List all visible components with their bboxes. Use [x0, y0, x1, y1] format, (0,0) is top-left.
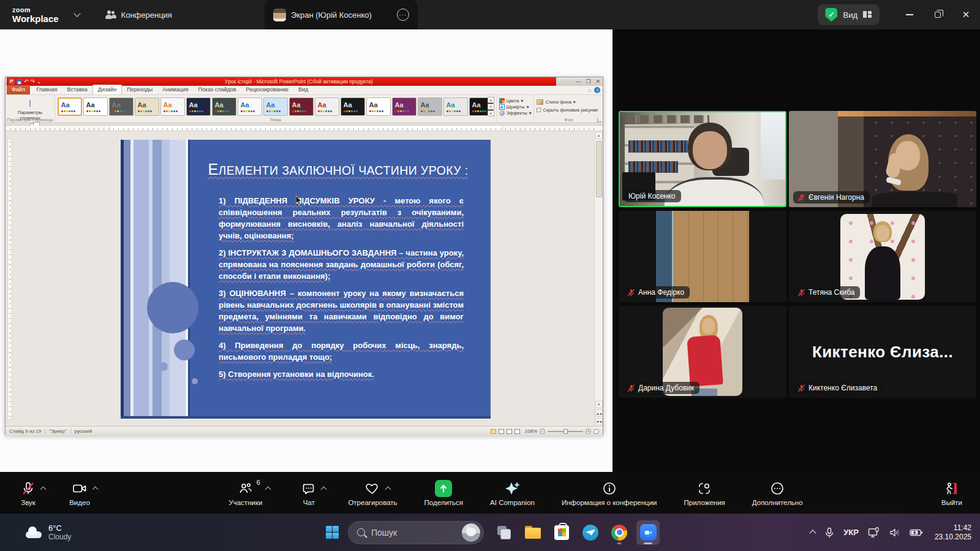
react-button[interactable]: Отреагировать	[348, 480, 397, 506]
task-view-button[interactable]	[492, 520, 516, 545]
tab-more-options-icon[interactable]: ···	[397, 9, 409, 21]
theme-thumbnail-16[interactable]: Aa	[443, 97, 468, 116]
restore-button[interactable]	[924, 0, 952, 29]
ai-companion-button[interactable]: AI Companion	[490, 480, 535, 506]
vertical-ruler[interactable]	[7, 139, 12, 420]
hide-background-checkbox[interactable]: Скрыть фоновые рисунки	[537, 107, 600, 113]
chrome-button[interactable]	[608, 520, 631, 545]
chat-button[interactable]: Чат	[296, 480, 321, 506]
taskbar-clock[interactable]: 11:42 23.10.2025	[935, 523, 971, 542]
slideshow-view-icon[interactable]	[514, 429, 520, 434]
tab-screen-share[interactable]: Экран (Юрій Косенко) ···	[265, 0, 418, 29]
video-options-chevron[interactable]	[92, 486, 99, 492]
theme-thumbnail-4[interactable]: Aa	[135, 97, 159, 116]
ppt-tab-3[interactable]: Вставка	[62, 85, 92, 94]
file-explorer-button[interactable]	[521, 520, 545, 545]
participants-options-chevron[interactable]	[265, 486, 271, 492]
video-tile-daryna-dubovyk[interactable]: Дарина Дубовик	[619, 306, 786, 398]
ppt-tab-6[interactable]: Анимация	[157, 85, 193, 94]
powerpoint-window[interactable]: P ↶ ↷ ⌄ Урок історії - Microsoft PowerPo…	[5, 77, 603, 435]
theme-thumbnail-15[interactable]: Aa	[418, 97, 442, 116]
theme-thumbnail-13[interactable]: Aa	[366, 97, 391, 116]
theme-thumbnail-10[interactable]: Aa	[289, 97, 314, 116]
scrollbar-thumb[interactable]	[596, 141, 602, 197]
taskbar-search-box[interactable]: Пошук	[348, 521, 484, 544]
effects-button[interactable]: Эффекты ▾	[499, 110, 532, 116]
fonts-button[interactable]: AШрифты ▾	[499, 104, 532, 110]
slide-title[interactable]: ЕЛЕМЕНТИ ЗАКЛЮЧНОЇ ЧАСТИНИ УРОКУ :	[192, 161, 484, 178]
ppt-tab-2[interactable]: Главная	[31, 85, 62, 94]
view-control[interactable]: ✓ Вид	[818, 4, 880, 25]
ppt-tab-4[interactable]: Дизайн	[92, 85, 122, 94]
colors-button[interactable]: Цвета ▾	[499, 98, 532, 104]
video-tile-kyktenko-yelyzaveta[interactable]: Киктенко Єлиза... Киктенко Єлизавета	[789, 306, 976, 398]
tray-battery-icon[interactable]	[910, 529, 923, 536]
theme-thumbnail-8[interactable]: Aa	[238, 97, 262, 116]
ppt-theme-gallery[interactable]: AaAaAaAaAaAaAaAaAaAaAaAaAaAaAaAaAa	[58, 96, 494, 116]
slide-body[interactable]: 1) ПІДВЕДЕННЯ ПІДСУМКІВ УРОКУ - метою як…	[219, 195, 464, 380]
theme-thumbnail-11[interactable]: Aa	[315, 97, 339, 116]
ppt-minimize-button[interactable]: —	[575, 78, 581, 85]
ppt-restore-button[interactable]: ❐	[586, 78, 590, 85]
dialog-launcher-icon[interactable]	[597, 118, 601, 122]
search-highlight-image[interactable]	[462, 523, 480, 542]
ribbon-collapse-icon[interactable]: ⌂	[588, 88, 591, 93]
tab-conference[interactable]: Конференция	[97, 0, 181, 29]
theme-thumbnail-3[interactable]: Aa	[109, 97, 134, 116]
leave-button[interactable]: Выйти	[940, 480, 964, 506]
gallery-up-icon[interactable]: ▲	[488, 97, 494, 103]
next-slide-button[interactable]: ▼▼	[595, 418, 603, 425]
ppt-close-button[interactable]: ✕	[595, 78, 600, 85]
zoom-in-icon[interactable]: +	[586, 428, 591, 434]
fit-to-window-icon[interactable]	[594, 429, 599, 434]
slide-canvas[interactable]: ЕЛЕМЕНТИ ЗАКЛЮЧНОЇ ЧАСТИНИ УРОКУ : 1) ПІ…	[121, 140, 491, 419]
background-styles-button[interactable]: Стили фона ▾	[537, 99, 600, 105]
redo-icon[interactable]: ↷	[31, 79, 36, 85]
zoom-out-icon[interactable]: −	[540, 428, 545, 434]
slide-scrollbar[interactable]: ▲ ▼ ▲▲ ▼▼	[594, 131, 603, 426]
theme-thumbnail-6[interactable]: Aa	[186, 97, 211, 116]
participants-button[interactable]: 6 Участники	[228, 480, 262, 506]
video-tile-tetiana-skyba[interactable]: Тетяна Скиба	[789, 211, 976, 302]
workspace-chevron-down-icon[interactable]	[74, 10, 80, 17]
ppt-tab-5[interactable]: Переходы	[122, 85, 157, 94]
theme-thumbnail-14[interactable]: Aa	[392, 97, 417, 116]
theme-thumbnail-1[interactable]: Aa	[58, 97, 82, 116]
theme-thumbnail-12[interactable]: Aa	[341, 97, 365, 116]
more-button[interactable]: Дополнительно	[752, 480, 803, 506]
start-button[interactable]	[320, 520, 344, 545]
horizontal-ruler[interactable]	[6, 126, 603, 131]
theme-thumbnail-9[interactable]: Aa	[263, 97, 288, 116]
slide-sorter-view-icon[interactable]	[499, 429, 504, 434]
tray-volume-icon[interactable]	[889, 528, 900, 538]
ppt-tab-9[interactable]: Вид	[293, 85, 313, 94]
scroll-up-icon[interactable]: ▲	[595, 132, 603, 139]
gallery-down-icon[interactable]: ▼	[488, 104, 494, 110]
scroll-down-icon[interactable]: ▼	[595, 401, 603, 408]
microsoft-store-button[interactable]	[550, 520, 573, 545]
undo-icon[interactable]: ↶	[24, 79, 29, 85]
normal-view-icon[interactable]	[491, 429, 496, 434]
taskbar-weather-widget[interactable]: 6°C Cloudy	[24, 523, 71, 541]
tray-network-icon[interactable]	[868, 527, 880, 538]
close-button[interactable]: ✕	[952, 0, 980, 29]
tray-expand-chevron-icon[interactable]	[810, 530, 816, 536]
ppt-quick-access-toolbar[interactable]: P ↶ ↷ ⌄	[9, 78, 42, 85]
apps-button[interactable]: Приложения	[684, 480, 725, 506]
ppt-tab-8[interactable]: Рецензирование	[241, 85, 294, 94]
react-options-chevron[interactable]	[385, 486, 391, 492]
minimize-button[interactable]	[895, 0, 924, 29]
meeting-info-button[interactable]: Информация о конференции	[562, 480, 657, 506]
audio-button[interactable]: Звук	[16, 480, 40, 506]
video-tile-yevheniia-nahorna[interactable]: Євгенія Нагорна	[789, 111, 976, 207]
audio-options-chevron[interactable]	[40, 486, 47, 492]
zoom-slider[interactable]	[548, 431, 583, 432]
gallery-expand-icon[interactable]: ▼	[488, 110, 494, 116]
telegram-button[interactable]	[579, 520, 602, 545]
qat-dropdown-icon[interactable]: ⌄	[37, 79, 42, 85]
share-screen-button[interactable]: Поделиться	[424, 480, 464, 506]
help-icon[interactable]: ?	[594, 87, 600, 93]
checkbox-icon[interactable]	[537, 108, 541, 112]
video-tile-anna-fedirko[interactable]: Анна Федірко	[619, 211, 786, 302]
video-button[interactable]: Видео	[67, 480, 92, 506]
